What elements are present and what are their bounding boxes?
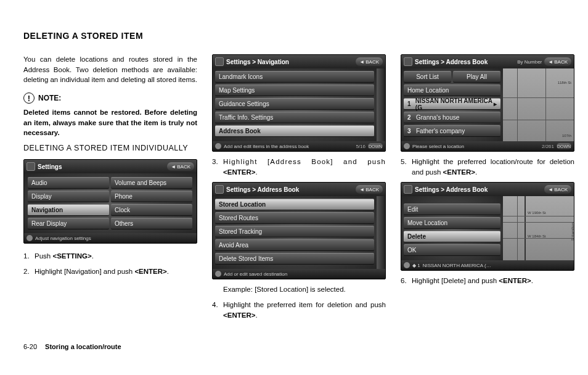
- footer-hint: Please select a location: [412, 144, 542, 149]
- sort-list-button[interactable]: Sort List: [404, 71, 451, 83]
- list-item[interactable]: 1NISSAN NORTH AMERICA (G▸: [404, 98, 500, 110]
- screen-title: Settings > Address Book: [415, 186, 544, 193]
- screen-title: Settings > Address Book: [226, 186, 356, 193]
- menu-item[interactable]: Map Settings: [215, 84, 374, 96]
- menu-item[interactable]: Stored Routes: [215, 212, 374, 224]
- step-1: Push <SETTING>.: [23, 251, 197, 262]
- screen-title: Settings > Navigation: [226, 59, 356, 65]
- info-icon: [404, 262, 410, 268]
- gear-icon: [27, 162, 35, 171]
- map-preview: 118th St 107th: [503, 68, 574, 141]
- column-1: You can delete locations and routes stor…: [23, 54, 197, 325]
- page-title: DELETING A STORED ITEM: [23, 31, 565, 41]
- screenshot-delete-menu: Settings > Address Book ◄BACK Edit Move …: [401, 182, 574, 271]
- back-button[interactable]: ◄BACK: [544, 185, 571, 194]
- menu-item-audio[interactable]: Audio: [28, 177, 109, 189]
- column-3: Settings > Address Book By Number ◄BACK …: [401, 54, 574, 325]
- intro-text: You can delete locations and routes stor…: [23, 54, 197, 85]
- footer-hint: Adjust navigation settings: [35, 236, 194, 241]
- sort-indicator: By Number: [517, 59, 542, 65]
- screenshot-navigation: Settings > Navigation ◄BACK Landmark Ico…: [212, 54, 386, 152]
- menu-item[interactable]: Avoid Area: [215, 239, 374, 251]
- menu-item-clock[interactable]: Clock: [111, 204, 192, 216]
- step-2: Highlight [Navigation] and push <ENTER>.: [23, 266, 197, 277]
- page-number: 6-20: [23, 343, 37, 350]
- menu-item-rear-display[interactable]: Rear Display: [28, 218, 109, 229]
- play-all-button[interactable]: Play All: [453, 71, 500, 83]
- note-label: NOTE:: [38, 94, 61, 102]
- back-button[interactable]: ◄BACK: [356, 57, 383, 66]
- gear-icon: [404, 57, 412, 66]
- gear-icon: [404, 185, 412, 194]
- example-text: Example: [Stored Location] is selected.: [212, 284, 386, 295]
- menu-item-stored-location[interactable]: Stored Location: [215, 199, 374, 210]
- screenshot-settings: Settings ◄BACK Audio Volume and Beeps Di…: [23, 159, 197, 244]
- list-item[interactable]: 2Granna's house: [404, 112, 500, 123]
- step-6: Highlight [Delete] and push <ENTER>.: [401, 276, 574, 286]
- back-button[interactable]: ◄BACK: [544, 57, 571, 66]
- list-item[interactable]: 3Father's company: [404, 125, 500, 137]
- menu-item-display[interactable]: Display: [28, 191, 109, 202]
- footer-hint: ◆ 1NISSAN NORTH AMERICA (…: [412, 263, 571, 268]
- alert-icon: !: [23, 93, 35, 104]
- menu-item[interactable]: Stored Tracking: [215, 226, 374, 237]
- scroll-down-button[interactable]: DOWN: [557, 143, 571, 149]
- info-icon: [215, 271, 221, 277]
- note-text: Deleted items cannot be restored. Before…: [23, 107, 197, 138]
- menu-item[interactable]: Guidance Settings: [215, 98, 374, 110]
- step-5: Highlight the preferred location/route f…: [401, 157, 574, 177]
- gear-icon: [215, 185, 224, 194]
- screen-title: Settings: [38, 163, 167, 170]
- screen-title: Settings > Address Book: [415, 59, 517, 65]
- menu-item-delete[interactable]: Delete: [404, 231, 500, 242]
- screenshot-address-book: Settings > Address Book ◄BACK Stored Loc…: [212, 182, 386, 279]
- menu-item-move[interactable]: Move Location: [404, 217, 500, 229]
- column-2: Settings > Navigation ◄BACK Landmark Ico…: [212, 54, 386, 325]
- menu-item-address-book[interactable]: Address Book: [215, 125, 374, 137]
- step-3: Highlight [Address Book] and push <ENTER…: [212, 157, 386, 177]
- menu-item-others[interactable]: Others: [111, 218, 192, 229]
- menu-item[interactable]: Landmark Icons: [215, 71, 374, 83]
- back-button[interactable]: ◄BACK: [356, 185, 383, 194]
- section-name: Storing a location/route: [45, 343, 121, 350]
- list-item[interactable]: Home Location: [404, 84, 500, 96]
- menu-item-edit[interactable]: Edit: [404, 204, 500, 215]
- info-icon: [27, 235, 33, 241]
- menu-item-ok[interactable]: OK: [404, 244, 500, 256]
- page-footer: 6-20 Storing a location/route: [23, 343, 121, 350]
- info-icon: [215, 143, 221, 149]
- menu-item-phone[interactable]: Phone: [111, 191, 192, 202]
- footer-hint: Add and edit items in the address book: [224, 144, 356, 149]
- scrollbar[interactable]: [377, 196, 385, 269]
- menu-item-navigation[interactable]: Navigation: [28, 204, 109, 216]
- subheading: DELETING A STORED ITEM INDIVIDUALLY: [23, 143, 197, 153]
- screenshot-location-list: Settings > Address Book By Number ◄BACK …: [401, 54, 574, 152]
- map-preview: W 190th St W 184th St S Hamilton: [503, 196, 574, 260]
- back-button[interactable]: ◄BACK: [167, 162, 194, 171]
- step-4: Highlight the preferred item for deletio…: [212, 300, 386, 320]
- scrollbar[interactable]: [377, 68, 385, 141]
- footer-hint: Add or edit saved destination: [224, 271, 383, 277]
- gear-icon: [215, 57, 224, 66]
- menu-item-volume[interactable]: Volume and Beeps: [111, 177, 192, 189]
- info-icon: [404, 143, 410, 149]
- menu-item[interactable]: Traffic Info. Settings: [215, 112, 374, 123]
- menu-item[interactable]: Delete Stored Items: [215, 253, 374, 265]
- scroll-down-button[interactable]: DOWN: [368, 143, 383, 149]
